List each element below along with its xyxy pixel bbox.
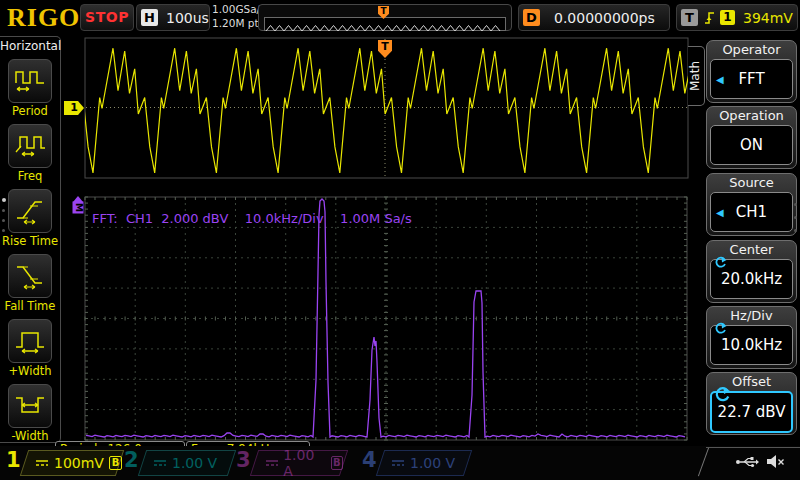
ch2-scale: 1.00 V <box>172 455 217 471</box>
menu-item-operation[interactable]: Operation ON <box>706 106 797 169</box>
menu-item-plus-width[interactable]: +Width <box>0 319 60 378</box>
ch3-scale: 1.00 A <box>283 447 326 479</box>
ch2-status-cell[interactable]: 1.00 V <box>138 450 236 476</box>
menu-item-minus-width[interactable]: -Width <box>0 384 60 443</box>
waveform-preview-strip[interactable]: T <box>258 4 512 31</box>
delay-value: 0.00000000ps <box>554 10 655 26</box>
menu-item-value: 20.0kHz <box>721 270 782 288</box>
menu-item-fall-time[interactable]: Fall Time <box>0 254 60 313</box>
freq-icon <box>14 132 46 160</box>
knob-icon <box>714 256 727 269</box>
menu-item-label: +Width <box>0 364 60 378</box>
t-badge: T <box>681 9 698 26</box>
dc-coupling-icon <box>391 458 405 468</box>
menu-item-label: Freq <box>0 169 60 183</box>
menu-item-label: Rise Time <box>0 234 60 248</box>
menu-item-center[interactable]: Center 20.0kHz <box>706 240 797 303</box>
menu-item-label: Operation <box>707 107 796 124</box>
delay-box: D 0.00000000ps <box>518 4 670 31</box>
submenu-arrow-icon: ◀ <box>716 207 724 218</box>
math-trace-marker[interactable]: M <box>71 196 85 213</box>
ch3-number: 3 <box>236 448 251 472</box>
preview-window <box>264 17 506 31</box>
d-badge: D <box>523 9 540 26</box>
menu-item-label: Source <box>707 174 796 191</box>
menu-item-label: Fall Time <box>0 299 60 313</box>
bw-limit-icon: B <box>109 456 122 470</box>
left-menu-panel: Horizontal Period Freq Rise Time <box>0 36 61 443</box>
ch4-scale: 1.00 V <box>410 455 455 471</box>
dc-coupling-icon <box>35 458 49 468</box>
menu-item-value: CH1 <box>736 203 767 221</box>
menu-item-value: ON <box>740 136 763 154</box>
channel-status-bar: 1 100mV B 2 1.00 V 3 <box>0 446 800 480</box>
minus-width-icon <box>14 392 46 420</box>
submenu-arrow-icon: ◀ <box>716 74 724 85</box>
status-separator <box>698 448 709 477</box>
fft-settings-readout: FFT: CH1 2.000 dBV 10.0kHz/Div 1.00M Sa/… <box>92 211 412 226</box>
oscilloscope-screen: RIGOL STOP H 100us 1.00GSa/s 1.20M pts T… <box>0 0 800 480</box>
trigger-source-badge: 1 <box>720 10 735 25</box>
trigger-box: T 1 394mV <box>676 4 798 31</box>
menu-item-hz-div[interactable]: Hz/Div 10.0kHz <box>706 306 797 369</box>
ch1-number: 1 <box>6 448 21 472</box>
dc-coupling-icon <box>153 458 167 468</box>
period-icon <box>14 67 46 95</box>
menu-item-operator[interactable]: Operator ◀ FFT <box>706 40 797 103</box>
ch2-number: 2 <box>124 448 139 472</box>
rise-time-icon <box>14 197 46 225</box>
menu-item-label: -Width <box>0 429 60 443</box>
menu-item-period[interactable]: Period <box>0 59 60 118</box>
menu-item-offset[interactable]: Offset 22.7 dBV <box>706 372 797 435</box>
ch4-number: 4 <box>362 448 377 472</box>
speaker-muted-icon <box>766 454 786 469</box>
dc-coupling-icon <box>265 458 278 468</box>
left-menu-page-dots <box>2 198 6 232</box>
fall-time-icon <box>14 262 46 290</box>
timebase-value: 100us <box>166 10 209 26</box>
plus-width-icon <box>14 327 46 355</box>
menu-item-label: Period <box>0 104 60 118</box>
ch1-scale: 100mV <box>54 455 104 471</box>
preview-waveform <box>265 23 503 33</box>
rising-edge-icon <box>703 9 716 26</box>
status-separator-top <box>706 447 800 448</box>
math-menu-tab[interactable]: Math <box>688 46 705 106</box>
graticule-layer <box>0 0 800 480</box>
run-state-indicator[interactable]: STOP <box>80 4 134 31</box>
knob-icon <box>714 386 731 403</box>
menu-item-rise-time[interactable]: Rise Time <box>0 189 60 248</box>
bw-limit-icon: B <box>331 456 343 470</box>
trigger-level: 394mV <box>743 10 793 26</box>
ch3-status-cell[interactable]: 1.00 A B <box>250 450 348 476</box>
right-menu-page-dots <box>794 203 797 232</box>
ch1-ground-marker[interactable]: 1 <box>64 101 84 115</box>
waveform-layer <box>0 0 800 480</box>
menu-item-source[interactable]: Source ◀ CH1 <box>706 173 797 236</box>
menu-item-freq[interactable]: Freq <box>0 124 60 183</box>
usb-icon <box>735 455 759 469</box>
menu-item-value: 22.7 dBV <box>718 403 786 421</box>
trigger-position-flag[interactable]: T <box>378 40 392 58</box>
menu-item-label: Operator <box>707 41 796 58</box>
knob-icon <box>714 322 727 335</box>
left-menu-title: Horizontal <box>0 39 60 53</box>
menu-item-value: 10.0kHz <box>721 336 782 354</box>
horizontal-timebase-box[interactable]: H 100us <box>136 4 210 31</box>
menu-item-value: FFT <box>738 70 764 88</box>
ch4-status-cell[interactable]: 1.00 V <box>376 450 472 476</box>
top-bar: RIGOL STOP H 100us 1.00GSa/s 1.20M pts T… <box>0 0 800 34</box>
ch1-status-cell[interactable]: 100mV B <box>20 450 124 476</box>
h-badge: H <box>141 9 158 26</box>
